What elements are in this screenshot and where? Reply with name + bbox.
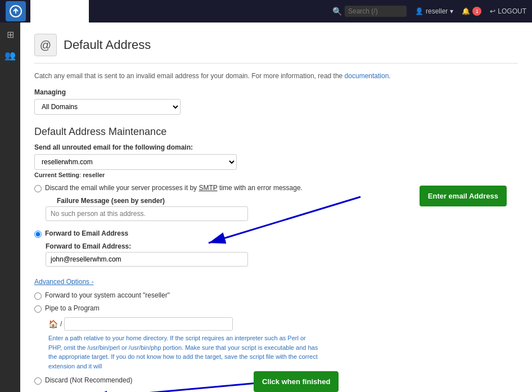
managing-label: Managing [34, 88, 518, 96]
forward-email-option: Forward to Email Address [34, 229, 518, 238]
info-text: Catch any email that is sent to an inval… [34, 72, 518, 80]
pipe-option: Pipe to a Program [34, 304, 518, 313]
sidebar: ⊞ 👥 [0, 22, 20, 392]
system-account-option: Forward to your system account "reseller… [34, 291, 518, 300]
nav-right: 🔍 👤 reseller ▾ 🔔 1 ↩ LOGOUT [332, 6, 526, 17]
pipe-input[interactable] [64, 317, 233, 331]
forward-email-radio[interactable] [34, 231, 42, 238]
bell-icon: 🔔 [462, 7, 470, 15]
top-navigation: ICT Tech cPanel Admin 🔍 👤 reseller ▾ 🔔 1… [0, 0, 532, 22]
search-input[interactable] [345, 6, 407, 17]
logo-icon [6, 1, 26, 21]
system-account-radio[interactable] [34, 292, 42, 300]
maintenance-section: Default Address Maintenance Send all unr… [34, 126, 518, 392]
logo-main: ICT Tech [30, 0, 89, 24]
forward-input-section: Forward to Email Address: [34, 242, 518, 267]
pipe-path-row: 🏠 / [48, 317, 518, 331]
user-icon: 👤 [415, 7, 423, 15]
discard-label[interactable]: Discard (Not Recommended) [45, 376, 132, 384]
enter-email-annotation: Enter email Address [420, 186, 507, 206]
domain-select[interactable]: resellerwhm.com [34, 154, 237, 170]
logout-button[interactable]: ↩ LOGOUT [490, 7, 526, 15]
home-icon: 🏠 [48, 319, 58, 328]
system-account-label[interactable]: Forward to your system account "reseller… [45, 291, 170, 299]
page-header: @ Default Address [34, 34, 518, 64]
pipe-radio[interactable] [34, 305, 42, 313]
user-dropdown-icon: ▾ [450, 7, 453, 15]
managing-section: Managing All Domains [34, 88, 518, 115]
discard-radio[interactable] [34, 377, 42, 385]
forward-email-label[interactable]: Forward to Email Address [45, 229, 128, 237]
user-label: reseller [426, 7, 448, 15]
current-setting: Current Setting: reseller [34, 172, 518, 178]
pipe-slash: / [60, 320, 62, 328]
forward-sublabel: Forward to Email Address: [46, 242, 518, 250]
sidebar-home-icon[interactable]: ⊞ [4, 28, 16, 40]
logout-icon: ↩ [490, 7, 495, 15]
main-content: Enter email Address Click when finished … [20, 22, 532, 392]
discard-smtp-radio[interactable] [34, 185, 42, 192]
notification-badge: 1 [472, 7, 481, 16]
notifications-button[interactable]: 🔔 1 [462, 7, 481, 16]
page-icon: @ [34, 34, 57, 56]
pipe-help-text: Enter a path relative to your home direc… [48, 334, 318, 371]
user-menu[interactable]: 👤 reseller ▾ [415, 7, 453, 15]
advanced-options-link[interactable]: Advanced Options - [34, 278, 93, 286]
forward-email-input[interactable] [46, 252, 248, 267]
managing-select[interactable]: All Domains [34, 99, 181, 115]
documentation-link[interactable]: documentation [345, 72, 389, 80]
search-container[interactable]: 🔍 [332, 6, 407, 17]
discard-smtp-label[interactable]: Discard the email while your server proc… [45, 184, 303, 192]
domain-label: Send all unrouted email for the followin… [34, 143, 518, 151]
page-title: Default Address [64, 38, 151, 52]
failure-input[interactable] [46, 206, 248, 221]
pipe-label[interactable]: Pipe to a Program [45, 304, 100, 312]
search-icon: 🔍 [332, 7, 342, 16]
click-finished-annotation: Click when finished [254, 371, 339, 392]
maintenance-title: Default Address Maintenance [34, 126, 518, 138]
advanced-options-section: Advanced Options - [34, 272, 518, 291]
sidebar-users-icon[interactable]: 👥 [4, 49, 16, 61]
domain-section: Send all unrouted email for the followin… [34, 143, 518, 178]
